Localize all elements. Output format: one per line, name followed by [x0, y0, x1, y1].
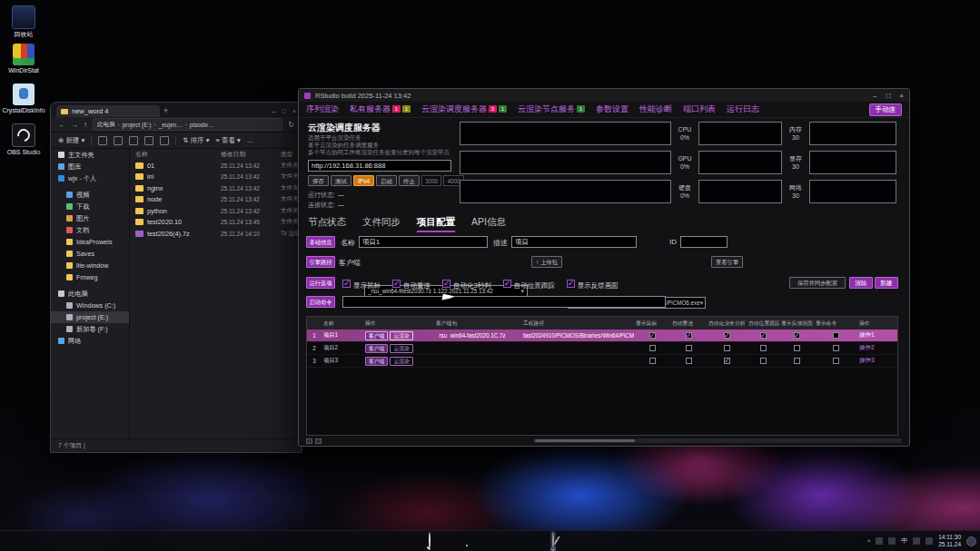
- taskbar-app-edge[interactable]: [450, 539, 454, 543]
- save-sync-button[interactable]: 保存并同步配置: [789, 277, 846, 289]
- tray-icon[interactable]: [888, 537, 896, 545]
- checkbox[interactable]: [760, 345, 767, 351]
- sidebar-item-gallery[interactable]: 图库: [51, 161, 129, 172]
- desktop-icon-windirstat[interactable]: WinDirStat: [2, 44, 45, 74]
- file-row[interactable]: 0125.11.24 13:42文件夹: [130, 160, 302, 172]
- sidebar-item-downloads[interactable]: 下载: [51, 201, 129, 212]
- new-button[interactable]: ⊕ 新建 ▾: [58, 136, 84, 145]
- desktop-icon-recycle-bin[interactable]: 回收站: [2, 5, 45, 38]
- tray-icon[interactable]: [876, 537, 883, 545]
- option-auto-judge[interactable]: 自动化3秒判: [442, 275, 491, 291]
- explorer-tab[interactable]: new_word 4: [56, 105, 160, 117]
- taskbar-app-obs-active[interactable]: [550, 531, 556, 551]
- sidebar-item-folder[interactable]: lite-window: [51, 260, 129, 271]
- checkbox[interactable]: [724, 332, 730, 339]
- sidebar-item-documents[interactable]: 文档: [51, 224, 129, 236]
- notification-bell-icon[interactable]: [966, 536, 976, 546]
- taskbar-app-explorer[interactable]: [441, 539, 444, 543]
- checkbox[interactable]: [724, 358, 730, 364]
- checkbox[interactable]: [794, 332, 800, 339]
- cut-icon[interactable]: [98, 136, 107, 145]
- table-row[interactable]: 2 项目2 客户端 云渲染 操作2: [307, 342, 897, 355]
- file-row[interactable]: ini25.11.24 13:42文件夹: [130, 172, 302, 183]
- checkbox[interactable]: [794, 358, 800, 364]
- taskbar-app[interactable]: [490, 539, 494, 543]
- checkbox[interactable]: [392, 280, 401, 288]
- desktop-icon-obs[interactable]: OBS Studio: [2, 123, 45, 156]
- delete-icon[interactable]: [160, 136, 169, 145]
- up-icon[interactable]: ↑: [84, 121, 87, 129]
- copy-icon[interactable]: [114, 136, 123, 145]
- menu-logs[interactable]: 运行日志: [727, 103, 759, 115]
- tray-overflow-chevron[interactable]: ^: [867, 538, 870, 545]
- checkbox[interactable]: [760, 358, 767, 364]
- menu-settings[interactable]: 参数设置: [596, 103, 629, 115]
- breadcrumb-seg[interactable]: pisodiv…: [190, 122, 214, 128]
- search-button[interactable]: [425, 531, 434, 551]
- sidebar-item-drive-e[interactable]: project (E:): [51, 311, 129, 323]
- sidebar-item-onedrive[interactable]: wjx - 个人: [51, 172, 129, 184]
- checkbox[interactable]: [649, 332, 656, 339]
- project-desc-input[interactable]: [511, 236, 637, 248]
- sidebar-item-folder[interactable]: IdeaProwels: [51, 236, 129, 248]
- scrollbar-thumb[interactable]: [535, 439, 635, 442]
- launch-command-input[interactable]: [342, 296, 666, 308]
- checkbox[interactable]: [833, 345, 839, 351]
- checkbox[interactable]: [833, 332, 839, 339]
- tab-api-info[interactable]: API信息: [471, 216, 506, 232]
- close-button[interactable]: ×: [292, 108, 296, 114]
- breadcrumb[interactable]: 此电脑 › project (E:) › _eujen… › pisodiv…: [93, 118, 282, 131]
- more-button[interactable]: …: [247, 136, 254, 144]
- file-row[interactable]: test2020.1025.11.24 13:45文件夹: [130, 217, 302, 229]
- project-name-input[interactable]: [359, 236, 488, 248]
- menu-ports[interactable]: 端口列表: [683, 103, 716, 115]
- upload-package-button[interactable]: ↑ 上传包: [531, 256, 562, 268]
- file-row[interactable]: node25.11.24 13:42文件夹: [130, 194, 302, 206]
- tab-node-status[interactable]: 节点状态: [308, 216, 346, 232]
- manual-connect-button[interactable]: 手动连: [869, 103, 903, 116]
- checkbox[interactable]: [833, 358, 839, 364]
- maximize-button[interactable]: □: [282, 108, 286, 114]
- breadcrumb-seg[interactable]: project (E:): [123, 122, 152, 128]
- minimize-button[interactable]: –: [272, 108, 276, 114]
- taskbar-app-chrome[interactable]: [460, 539, 464, 543]
- sort-button[interactable]: ⇅ 排序 ▾: [183, 136, 209, 145]
- client-button[interactable]: 客户端: [365, 331, 388, 340]
- sidebar-item-drive-f[interactable]: 新加卷 (F:): [51, 323, 129, 335]
- app-title-bar[interactable]: RStudio build 2025-11-24 13:42 – □ ×: [299, 89, 909, 102]
- desktop-icon-crystaldiskinfo[interactable]: CrystalDiskInfo: [2, 84, 45, 114]
- scroll-right-button[interactable]: [315, 438, 322, 444]
- taskbar-app[interactable]: [470, 539, 474, 543]
- scroll-left-button[interactable]: [306, 438, 312, 444]
- clock[interactable]: 14:11:30 25.11.24: [938, 534, 961, 548]
- checkbox[interactable]: [342, 280, 351, 288]
- rename-icon[interactable]: [144, 136, 153, 145]
- sidebar-item-home[interactable]: 主文件夹: [51, 149, 129, 161]
- sidebar-item-folder[interactable]: Saves: [51, 248, 129, 260]
- file-row[interactable]: python25.11.24 13:42文件夹: [130, 205, 302, 217]
- paste-icon[interactable]: [129, 136, 138, 145]
- checkbox[interactable]: [686, 358, 692, 364]
- checkbox[interactable]: [686, 345, 692, 351]
- taskbar-app[interactable]: [510, 539, 514, 543]
- client-button[interactable]: 客户端: [365, 344, 388, 353]
- checkbox[interactable]: [503, 280, 511, 288]
- sidebar-item-drive-c[interactable]: Windows (C:): [51, 300, 129, 311]
- table-row[interactable]: 1 项目1 客户端 云渲染 _rsu_win64-fast2020.1C.7z …: [307, 330, 897, 342]
- checkbox[interactable]: [442, 280, 450, 288]
- file-list-header[interactable]: 名称 修改日期 类型: [130, 149, 302, 160]
- taskbar-app[interactable]: [500, 539, 504, 543]
- checkbox[interactable]: [760, 332, 767, 339]
- breadcrumb-root[interactable]: 此电脑: [97, 121, 115, 129]
- cloud-render-button[interactable]: 云渲染: [390, 331, 412, 340]
- row-action-link[interactable]: 操作2: [859, 344, 875, 350]
- taskbar-app[interactable]: [480, 539, 484, 543]
- sidebar-item-videos[interactable]: 视频: [51, 189, 129, 201]
- tab-project-config[interactable]: 项目配置: [417, 216, 455, 232]
- new-tab-button[interactable]: +: [163, 105, 168, 117]
- project-id-input[interactable]: [680, 236, 728, 248]
- volume-icon[interactable]: [926, 537, 933, 545]
- checkbox[interactable]: [724, 345, 730, 351]
- network-icon[interactable]: [913, 537, 920, 545]
- taskbar-app[interactable]: [530, 539, 534, 543]
